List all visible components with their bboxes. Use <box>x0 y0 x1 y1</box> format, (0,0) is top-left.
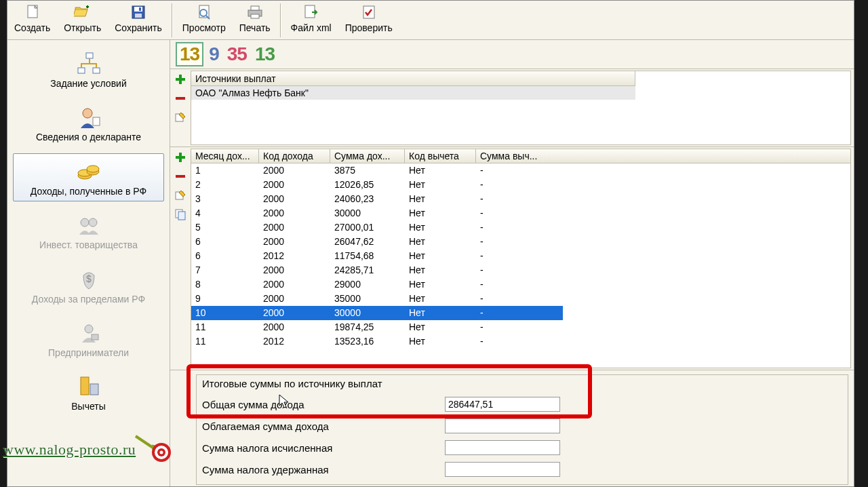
taxable-income-row: Облагаемая сумма дохода <box>202 415 842 437</box>
xml-file-icon <box>302 3 321 21</box>
income-add-button[interactable] <box>173 150 188 165</box>
preview-button[interactable]: Просмотр <box>176 1 233 39</box>
table-row[interactable]: 9200035000Нет- <box>191 292 850 306</box>
svg-rect-27 <box>92 334 98 340</box>
table-row[interactable]: 4200030000Нет- <box>191 206 850 220</box>
totals-group: Итоговые суммы по источнику выплат Общая… <box>196 374 848 485</box>
app-window: Создать Открыть Сохранить Просмотр Печа <box>7 0 854 487</box>
table-cell: - <box>476 334 557 349</box>
print-button[interactable]: Печать <box>233 1 277 39</box>
nav-income-rf[interactable]: Доходы, полученные в РФ <box>13 153 164 201</box>
nav-income-abroad[interactable]: $ Доходы за пределами РФ <box>13 261 164 309</box>
header-ded-code[interactable]: Код вычета <box>405 149 476 163</box>
rate-tab-35[interactable]: 35 <box>224 43 250 65</box>
table-row[interactable]: 120003875Нет- <box>191 163 850 178</box>
header-month[interactable]: Месяц дох... <box>191 149 259 163</box>
income-grid[interactable]: Месяц дох... Код дохода Сумма дох... Код… <box>191 149 851 368</box>
table-row[interactable]: 11200019874,25Нет- <box>191 320 850 334</box>
table-cell: 11754,68 <box>330 249 405 263</box>
new-file-icon <box>23 3 42 21</box>
tax-withheld-input[interactable] <box>445 462 560 477</box>
table-cell: 2000 <box>259 178 330 192</box>
rate-tab-13[interactable]: 13 <box>176 42 203 66</box>
rate-tabs: 13 9 35 13 <box>170 40 854 69</box>
header-code[interactable]: Код дохода <box>259 149 330 163</box>
header-ded-sum[interactable]: Сумма выч... <box>476 149 557 163</box>
income-copy-button[interactable] <box>173 207 188 222</box>
taxable-income-input[interactable] <box>445 418 560 433</box>
nav-income-abroad-label: Доходы за пределами РФ <box>32 294 145 305</box>
table-row[interactable]: 8200029000Нет- <box>191 277 850 292</box>
svg-rect-16 <box>93 68 100 73</box>
svg-rect-11 <box>251 14 259 18</box>
table-cell: 6 <box>191 235 259 249</box>
source-edit-button[interactable] <box>173 110 188 125</box>
table-cell: Нет <box>405 320 476 334</box>
nav-invest[interactable]: Инвест. товарищества <box>13 207 164 255</box>
nav-deductions-label: Вычеты <box>71 402 106 412</box>
file-xml-button[interactable]: Файл xml <box>284 1 338 39</box>
tax-calculated-input[interactable] <box>445 440 560 455</box>
open-label: Открыть <box>64 22 101 33</box>
entrepreneurs-icon <box>74 319 104 347</box>
income-edit-button[interactable] <box>173 188 188 203</box>
svg-point-26 <box>85 325 93 333</box>
check-button[interactable]: Проверить <box>338 1 399 39</box>
sources-header: Источники выплат <box>191 71 635 86</box>
table-row[interactable]: 2200012026,85Нет- <box>191 178 850 192</box>
open-button[interactable]: Открыть <box>57 1 108 39</box>
nav-deductions[interactable]: Вычеты <box>13 368 164 416</box>
table-cell: Нет <box>405 249 476 263</box>
table-cell: 10 <box>191 306 259 320</box>
income-toolbar <box>170 147 191 370</box>
table-row[interactable]: 5200027000,01Нет- <box>191 220 850 235</box>
table-cell: 2000 <box>259 306 330 320</box>
nav-declarant[interactable]: Сведения о декларанте <box>13 99 164 147</box>
svg-point-24 <box>89 218 97 227</box>
table-row[interactable]: 7200024285,71Нет- <box>191 263 850 277</box>
source-row[interactable]: ОАО "Алмаз Нефть Банк" <box>191 86 635 100</box>
nav-entrepreneurs[interactable]: Предприниматели <box>13 315 164 363</box>
rate-tab-9[interactable]: 9 <box>206 43 222 65</box>
tax-calculated-label: Сумма налога исчисленная <box>202 442 439 454</box>
table-cell: Нет <box>405 292 476 306</box>
svg-rect-4 <box>135 14 142 18</box>
nav-conditions[interactable]: Задание условий <box>13 45 164 94</box>
table-cell: 13523,16 <box>330 334 405 349</box>
open-folder-icon <box>73 3 92 21</box>
svg-point-22 <box>87 165 99 172</box>
source-remove-button[interactable] <box>173 91 188 106</box>
svg-point-23 <box>81 218 89 227</box>
create-button[interactable]: Создать <box>7 1 57 39</box>
toolbar-separator <box>172 3 173 37</box>
table-row[interactable]: 10200030000Нет- <box>191 306 563 320</box>
table-cell: 2000 <box>259 163 330 178</box>
table-row[interactable]: 3200024060,23Нет- <box>191 192 850 206</box>
table-cell: 4 <box>191 206 259 220</box>
nav-declarant-label: Сведения о декларанте <box>36 132 141 142</box>
table-row[interactable]: 11201213523,16Нет- <box>191 334 850 349</box>
table-cell: Нет <box>405 235 476 249</box>
total-income-input[interactable] <box>445 397 560 412</box>
svg-rect-5 <box>139 7 141 11</box>
toolbar-separator <box>280 3 281 37</box>
income-remove-button[interactable] <box>173 169 188 184</box>
declarant-icon <box>74 104 104 131</box>
header-sum[interactable]: Сумма дох... <box>330 149 405 163</box>
table-row[interactable]: 6200026047,62Нет- <box>191 235 850 249</box>
table-row[interactable]: 6201211754,68Нет- <box>191 249 850 263</box>
save-button[interactable]: Сохранить <box>108 1 169 39</box>
source-add-button[interactable] <box>173 72 188 87</box>
check-icon <box>359 3 378 21</box>
svg-rect-10 <box>251 6 259 10</box>
table-cell: - <box>476 249 557 263</box>
preview-icon <box>195 3 214 21</box>
table-cell: - <box>476 206 557 220</box>
table-cell: 11 <box>191 334 259 349</box>
table-cell: - <box>476 306 557 320</box>
sources-grid[interactable]: Источники выплат ОАО "Алмаз Нефть Банк" <box>191 71 851 145</box>
table-cell: 2000 <box>259 292 330 306</box>
table-cell: 8 <box>191 277 259 292</box>
rate-tab-13-alt[interactable]: 13 <box>252 43 277 65</box>
main-content: 13 9 35 13 И <box>170 40 854 486</box>
